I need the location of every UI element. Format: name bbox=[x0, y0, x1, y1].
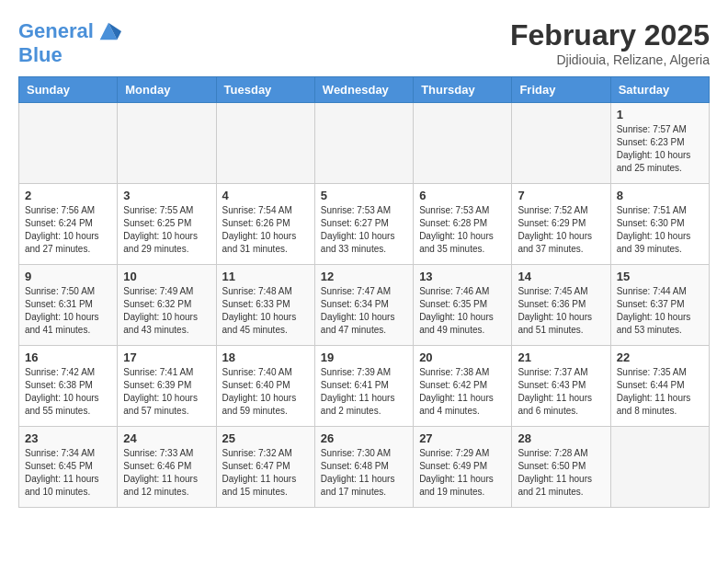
calendar-cell bbox=[19, 103, 118, 184]
calendar-cell: 16Sunrise: 7:42 AM Sunset: 6:38 PM Dayli… bbox=[19, 346, 118, 427]
calendar-cell: 26Sunrise: 7:30 AM Sunset: 6:48 PM Dayli… bbox=[314, 427, 413, 508]
day-info: Sunrise: 7:51 AM Sunset: 6:30 PM Dayligh… bbox=[617, 204, 703, 256]
logo: General Blue bbox=[18, 18, 121, 66]
page-header: General Blue February 2025 Djidiouia, Re… bbox=[18, 18, 710, 67]
calendar-cell bbox=[512, 103, 610, 184]
day-number: 2 bbox=[25, 189, 111, 202]
calendar-cell: 24Sunrise: 7:33 AM Sunset: 6:46 PM Dayli… bbox=[118, 427, 216, 508]
column-header-sunday: Sunday bbox=[19, 77, 118, 103]
day-number: 26 bbox=[321, 431, 407, 445]
day-info: Sunrise: 7:39 AM Sunset: 6:41 PM Dayligh… bbox=[321, 366, 407, 418]
day-info: Sunrise: 7:47 AM Sunset: 6:34 PM Dayligh… bbox=[321, 285, 407, 337]
calendar-cell: 14Sunrise: 7:45 AM Sunset: 6:36 PM Dayli… bbox=[512, 265, 610, 346]
column-header-friday: Friday bbox=[512, 77, 610, 103]
calendar-cell: 12Sunrise: 7:47 AM Sunset: 6:34 PM Dayli… bbox=[314, 265, 413, 346]
day-number: 27 bbox=[419, 431, 506, 445]
calendar-cell: 9Sunrise: 7:50 AM Sunset: 6:31 PM Daylig… bbox=[19, 265, 118, 346]
calendar-week-row: 23Sunrise: 7:34 AM Sunset: 6:45 PM Dayli… bbox=[19, 427, 710, 508]
day-number: 12 bbox=[321, 270, 407, 283]
calendar-cell: 2Sunrise: 7:56 AM Sunset: 6:24 PM Daylig… bbox=[19, 184, 118, 265]
calendar-cell: 5Sunrise: 7:53 AM Sunset: 6:27 PM Daylig… bbox=[314, 184, 413, 265]
day-number: 8 bbox=[617, 189, 703, 202]
day-info: Sunrise: 7:46 AM Sunset: 6:35 PM Dayligh… bbox=[419, 285, 506, 337]
logo-text: General bbox=[18, 20, 94, 42]
calendar-cell: 11Sunrise: 7:48 AM Sunset: 6:33 PM Dayli… bbox=[216, 265, 314, 346]
day-number: 18 bbox=[222, 350, 309, 364]
day-info: Sunrise: 7:45 AM Sunset: 6:36 PM Dayligh… bbox=[518, 285, 604, 337]
day-number: 11 bbox=[222, 270, 309, 283]
day-info: Sunrise: 7:32 AM Sunset: 6:47 PM Dayligh… bbox=[222, 447, 309, 499]
calendar-cell: 4Sunrise: 7:54 AM Sunset: 6:26 PM Daylig… bbox=[216, 184, 314, 265]
calendar-cell: 28Sunrise: 7:28 AM Sunset: 6:50 PM Dayli… bbox=[512, 427, 610, 508]
logo-text-blue: Blue bbox=[18, 44, 121, 66]
calendar-cell: 18Sunrise: 7:40 AM Sunset: 6:40 PM Dayli… bbox=[216, 346, 314, 427]
calendar-cell: 20Sunrise: 7:38 AM Sunset: 6:42 PM Dayli… bbox=[414, 346, 512, 427]
title-area: February 2025 Djidiouia, Relizane, Alger… bbox=[510, 18, 710, 67]
day-info: Sunrise: 7:28 AM Sunset: 6:50 PM Dayligh… bbox=[518, 447, 604, 499]
location-subtitle: Djidiouia, Relizane, Algeria bbox=[510, 52, 710, 67]
day-number: 21 bbox=[518, 350, 604, 364]
calendar-cell bbox=[216, 103, 314, 184]
day-info: Sunrise: 7:55 AM Sunset: 6:25 PM Dayligh… bbox=[123, 204, 210, 256]
day-number: 3 bbox=[123, 189, 210, 202]
day-number: 22 bbox=[617, 350, 703, 364]
calendar-cell: 22Sunrise: 7:35 AM Sunset: 6:44 PM Dayli… bbox=[610, 346, 709, 427]
day-number: 14 bbox=[518, 270, 604, 283]
day-info: Sunrise: 7:44 AM Sunset: 6:37 PM Dayligh… bbox=[617, 285, 703, 337]
day-info: Sunrise: 7:52 AM Sunset: 6:29 PM Dayligh… bbox=[518, 204, 604, 256]
column-header-thursday: Thursday bbox=[414, 77, 512, 103]
day-number: 24 bbox=[123, 431, 210, 445]
calendar-week-row: 1Sunrise: 7:57 AM Sunset: 6:23 PM Daylig… bbox=[19, 103, 710, 184]
calendar-cell: 3Sunrise: 7:55 AM Sunset: 6:25 PM Daylig… bbox=[118, 184, 216, 265]
calendar-cell bbox=[314, 103, 413, 184]
day-info: Sunrise: 7:56 AM Sunset: 6:24 PM Dayligh… bbox=[25, 204, 111, 256]
calendar-cell: 10Sunrise: 7:49 AM Sunset: 6:32 PM Dayli… bbox=[118, 265, 216, 346]
day-info: Sunrise: 7:42 AM Sunset: 6:38 PM Dayligh… bbox=[25, 366, 111, 418]
calendar-week-row: 9Sunrise: 7:50 AM Sunset: 6:31 PM Daylig… bbox=[19, 265, 710, 346]
day-number: 10 bbox=[123, 270, 210, 283]
day-number: 25 bbox=[222, 431, 309, 445]
day-info: Sunrise: 7:48 AM Sunset: 6:33 PM Dayligh… bbox=[222, 285, 309, 337]
calendar-cell: 1Sunrise: 7:57 AM Sunset: 6:23 PM Daylig… bbox=[610, 103, 709, 184]
day-info: Sunrise: 7:54 AM Sunset: 6:26 PM Dayligh… bbox=[222, 204, 309, 256]
day-number: 16 bbox=[25, 350, 111, 364]
day-info: Sunrise: 7:57 AM Sunset: 6:23 PM Dayligh… bbox=[617, 123, 703, 175]
calendar-cell bbox=[118, 103, 216, 184]
day-number: 23 bbox=[25, 431, 111, 445]
day-info: Sunrise: 7:49 AM Sunset: 6:32 PM Dayligh… bbox=[123, 285, 210, 337]
day-info: Sunrise: 7:29 AM Sunset: 6:49 PM Dayligh… bbox=[419, 447, 506, 499]
month-title: February 2025 bbox=[510, 18, 710, 52]
day-info: Sunrise: 7:41 AM Sunset: 6:39 PM Dayligh… bbox=[123, 366, 210, 418]
calendar-cell: 25Sunrise: 7:32 AM Sunset: 6:47 PM Dayli… bbox=[216, 427, 314, 508]
calendar-cell: 27Sunrise: 7:29 AM Sunset: 6:49 PM Dayli… bbox=[414, 427, 512, 508]
day-number: 5 bbox=[321, 189, 407, 202]
day-number: 19 bbox=[321, 350, 407, 364]
day-info: Sunrise: 7:34 AM Sunset: 6:45 PM Dayligh… bbox=[25, 447, 111, 499]
day-info: Sunrise: 7:33 AM Sunset: 6:46 PM Dayligh… bbox=[123, 447, 210, 499]
day-info: Sunrise: 7:38 AM Sunset: 6:42 PM Dayligh… bbox=[419, 366, 506, 418]
calendar-header-row: SundayMondayTuesdayWednesdayThursdayFrid… bbox=[19, 77, 710, 103]
calendar-week-row: 16Sunrise: 7:42 AM Sunset: 6:38 PM Dayli… bbox=[19, 346, 710, 427]
calendar-cell: 17Sunrise: 7:41 AM Sunset: 6:39 PM Dayli… bbox=[118, 346, 216, 427]
day-info: Sunrise: 7:37 AM Sunset: 6:43 PM Dayligh… bbox=[518, 366, 604, 418]
day-info: Sunrise: 7:40 AM Sunset: 6:40 PM Dayligh… bbox=[222, 366, 309, 418]
day-number: 28 bbox=[518, 431, 604, 445]
column-header-saturday: Saturday bbox=[610, 77, 709, 103]
calendar-cell: 23Sunrise: 7:34 AM Sunset: 6:45 PM Dayli… bbox=[19, 427, 118, 508]
logo-icon bbox=[96, 18, 121, 44]
day-number: 20 bbox=[419, 350, 506, 364]
calendar-cell: 15Sunrise: 7:44 AM Sunset: 6:37 PM Dayli… bbox=[610, 265, 709, 346]
day-number: 17 bbox=[123, 350, 210, 364]
day-number: 4 bbox=[222, 189, 309, 202]
day-number: 7 bbox=[518, 189, 604, 202]
calendar-cell: 21Sunrise: 7:37 AM Sunset: 6:43 PM Dayli… bbox=[512, 346, 610, 427]
day-number: 15 bbox=[617, 270, 703, 283]
day-number: 9 bbox=[25, 270, 111, 283]
day-number: 6 bbox=[419, 189, 506, 202]
calendar-cell: 19Sunrise: 7:39 AM Sunset: 6:41 PM Dayli… bbox=[314, 346, 413, 427]
column-header-tuesday: Tuesday bbox=[216, 77, 314, 103]
day-info: Sunrise: 7:30 AM Sunset: 6:48 PM Dayligh… bbox=[321, 447, 407, 499]
day-info: Sunrise: 7:53 AM Sunset: 6:27 PM Dayligh… bbox=[321, 204, 407, 256]
column-header-wednesday: Wednesday bbox=[314, 77, 413, 103]
day-info: Sunrise: 7:53 AM Sunset: 6:28 PM Dayligh… bbox=[419, 204, 506, 256]
